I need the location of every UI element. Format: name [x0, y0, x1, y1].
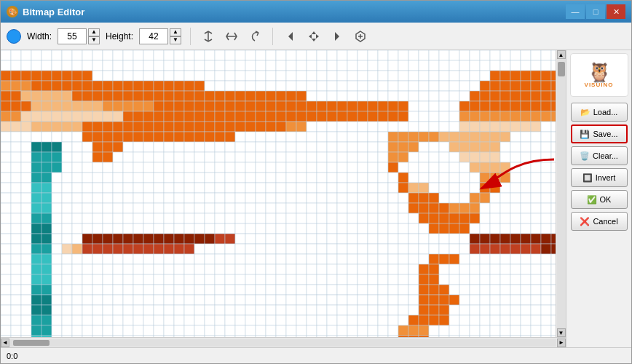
svg-marker-0	[288, 32, 293, 41]
logo-area: 🦉 VISUINO	[570, 53, 628, 97]
save-icon: 💾	[580, 130, 590, 139]
svg-marker-1	[312, 31, 316, 34]
scroll-track-v[interactable]	[557, 59, 566, 328]
height-spinner-buttons: ▲ ▼	[170, 28, 181, 44]
right-panel: 🦉 VISUINO 📂 Load... 💾 Save... 🗑️ Clear..…	[566, 50, 631, 347]
canvas-inner	[1, 50, 556, 337]
width-label: Width:	[27, 31, 52, 41]
separator-2	[272, 28, 273, 45]
visuino-text: VISUINO	[585, 82, 614, 88]
horizontal-scrollbar[interactable]: ◄ ►	[1, 337, 566, 347]
load-button[interactable]: 📂 Load...	[571, 103, 628, 122]
window-title: Bitmap Editor	[23, 7, 84, 17]
coordinates: 0:0	[7, 352, 17, 360]
right-button[interactable]	[328, 28, 346, 45]
maximize-button[interactable]: □	[586, 4, 605, 19]
height-label: Height:	[106, 31, 133, 41]
toolbar: Width: ▲ ▼ Height: ▲ ▼	[1, 23, 631, 50]
scroll-button[interactable]	[352, 28, 369, 45]
height-decrement[interactable]: ▼	[170, 36, 181, 44]
svg-marker-5	[335, 32, 339, 41]
scroll-track-h[interactable]	[10, 339, 556, 347]
width-increment[interactable]: ▲	[88, 28, 100, 36]
separator-1	[190, 28, 191, 45]
main-area: ▲ ▼ ◄ ► 🦉 VIS	[1, 50, 631, 347]
flip-horizontal-button[interactable]	[223, 28, 240, 45]
cancel-icon: ❌	[580, 217, 590, 226]
titlebar-controls: — □ ✕	[566, 4, 625, 19]
color-selector[interactable]	[7, 29, 21, 44]
rotate-button[interactable]	[246, 28, 264, 45]
close-button[interactable]: ✕	[607, 4, 625, 19]
load-icon: 📂	[580, 108, 590, 117]
scroll-up-button[interactable]: ▲	[557, 50, 566, 59]
left-button[interactable]	[282, 28, 299, 45]
scroll-left-button[interactable]: ◄	[1, 339, 9, 347]
height-spinner: ▲ ▼	[139, 28, 181, 44]
height-increment[interactable]: ▲	[170, 28, 181, 36]
invert-icon: 🔲	[582, 173, 593, 183]
visuino-logo: 🦉 VISUINO	[585, 63, 614, 88]
height-input[interactable]	[139, 28, 168, 44]
width-spinner-buttons: ▲ ▼	[88, 28, 100, 44]
flip-vertical-button[interactable]	[200, 28, 217, 45]
svg-marker-2	[312, 39, 316, 41]
move-button[interactable]	[305, 28, 323, 45]
titlebar-left: 🎨 Bitmap Editor	[7, 6, 84, 17]
clear-icon: 🗑️	[580, 151, 590, 161]
invert-button[interactable]: 🔲 Invert	[571, 168, 628, 187]
pixel-canvas[interactable]	[1, 50, 556, 337]
width-decrement[interactable]: ▼	[88, 36, 100, 44]
vertical-scrollbar[interactable]: ▲ ▼	[556, 50, 566, 337]
svg-marker-4	[316, 34, 319, 39]
app-icon: 🎨	[7, 6, 18, 17]
clear-button[interactable]: 🗑️ Clear...	[571, 146, 628, 165]
cancel-button[interactable]: ❌ Cancel	[571, 212, 628, 231]
canvas-and-vscroll: ▲ ▼	[1, 50, 566, 337]
ok-button[interactable]: ✅ OK	[571, 190, 628, 209]
svg-marker-3	[309, 34, 312, 39]
main-window: 🎨 Bitmap Editor — □ ✕ Width: ▲ ▼ Height:…	[0, 0, 632, 364]
scroll-thumb-h[interactable]	[13, 340, 50, 346]
width-input[interactable]	[58, 28, 87, 44]
scroll-right-button[interactable]: ►	[557, 339, 566, 347]
save-button[interactable]: 💾 Save...	[571, 124, 628, 143]
titlebar: 🎨 Bitmap Editor — □ ✕	[1, 1, 631, 23]
canvas-area: ▲ ▼ ◄ ►	[1, 50, 566, 347]
ok-icon: ✅	[587, 195, 597, 205]
scroll-thumb-v[interactable]	[558, 62, 565, 76]
owl-icon: 🦉	[585, 63, 614, 82]
minimize-button[interactable]: —	[566, 4, 585, 19]
width-spinner: ▲ ▼	[58, 28, 100, 44]
statusbar: 0:0	[1, 347, 631, 363]
scroll-down-button[interactable]: ▼	[557, 328, 566, 337]
